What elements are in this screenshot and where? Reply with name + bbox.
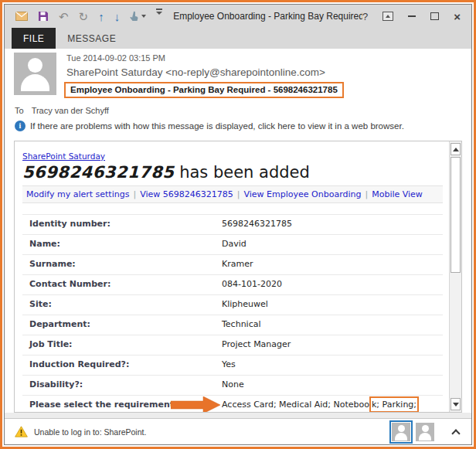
- field-value: 5698246321785: [222, 219, 292, 230]
- status-bar: Unable to log in to: SharePoint.: [5, 418, 471, 444]
- people-pane-normal-button[interactable]: [389, 420, 413, 444]
- field-value: None: [222, 379, 244, 390]
- link-separator: |: [365, 189, 368, 199]
- close-icon[interactable]: ×: [454, 12, 461, 22]
- customize-qat-icon[interactable]: [156, 9, 162, 24]
- people-pane-minimized-button[interactable]: [416, 423, 434, 441]
- mail-envelope-icon[interactable]: [15, 9, 28, 24]
- link-separator: |: [133, 189, 136, 199]
- window-controls: ? ×: [362, 12, 461, 22]
- window-title: Employee Onboarding - Parking Bay Requir…: [173, 11, 362, 22]
- table-row: Disability?: None: [22, 375, 443, 395]
- annotation-box-parking: k; Parking;: [369, 396, 419, 413]
- scroll-down-icon[interactable]: [450, 398, 461, 410]
- ribbon-tab-row: FILE MESSAGE: [5, 28, 471, 49]
- dropdown-caret-icon: [141, 15, 146, 18]
- field-value: Yes: [222, 359, 236, 370]
- field-label: Surname:: [22, 259, 222, 270]
- sharepoint-alert-content: SharePoint Saturday 5698246321785 has be…: [15, 141, 449, 412]
- site-link[interactable]: SharePoint Saturday: [22, 151, 105, 161]
- field-value: Klipheuwel: [222, 299, 268, 310]
- field-label: Name:: [22, 239, 222, 250]
- item-id: 5698246321785: [22, 163, 174, 182]
- recipient-name[interactable]: Tracy van der Schyff: [32, 106, 109, 115]
- alert-heading: 5698246321785 has been added: [22, 163, 443, 182]
- quick-access-toolbar: ↶ ↻ ↑ ↓: [15, 9, 162, 24]
- scrollbar-thumb[interactable]: [450, 157, 461, 273]
- collapse-chevron-icon[interactable]: [451, 429, 460, 437]
- link-separator: |: [237, 189, 240, 199]
- table-row-requirements: Please select the requirements: Access C…: [22, 395, 443, 413]
- table-row: Department: Technical: [22, 315, 443, 335]
- person-icon: [392, 423, 410, 441]
- status-message: Unable to log in to: SharePoint.: [34, 427, 146, 437]
- body-bottom-strip: [5, 413, 471, 418]
- table-row: Job Title: Project Manager: [22, 335, 443, 355]
- requirements-boxed: k; Parking;: [372, 400, 416, 410]
- window: ↶ ↻ ↑ ↓ Employee Onboarding - Parking Ba…: [4, 4, 472, 445]
- message-date: Tue 2014-09-02 03:15 PM: [66, 53, 165, 63]
- ribbon-display-options-icon[interactable]: [382, 12, 393, 21]
- sender-avatar: [14, 53, 56, 95]
- field-value: 084-101-2020: [222, 279, 282, 290]
- modify-alert-settings-link[interactable]: Modify my alert settings: [26, 189, 129, 199]
- mobile-view-link[interactable]: Mobile View: [372, 189, 423, 199]
- move-down-icon[interactable]: ↓: [114, 9, 121, 24]
- status-message-group: Unable to log in to: SharePoint.: [15, 426, 389, 437]
- message-body-area: SharePoint Saturday 5698246321785 has be…: [5, 137, 471, 418]
- save-icon[interactable]: [38, 9, 49, 24]
- table-row: Induction Required?: Yes: [22, 355, 443, 375]
- to-label: To: [15, 106, 24, 115]
- field-label: Identity number:: [22, 219, 222, 230]
- view-item-link[interactable]: View 5698246321785: [140, 189, 233, 199]
- recipient-row: ToTracy van der Schyff: [15, 106, 109, 115]
- message-body-frame: SharePoint Saturday 5698246321785 has be…: [14, 141, 462, 413]
- scroll-up-icon[interactable]: [450, 143, 461, 155]
- message-header: Tue 2014-09-02 03:15 PM SharePoint Satur…: [5, 49, 471, 137]
- field-label: Job Title:: [22, 339, 222, 350]
- message-sender[interactable]: SharePoint Saturday <no-reply@sharepoint…: [66, 66, 325, 78]
- redo-icon[interactable]: ↻: [79, 9, 89, 24]
- table-row: Identity number: 5698246321785: [22, 214, 443, 234]
- field-label: Site:: [22, 299, 222, 310]
- info-icon: i: [15, 121, 26, 131]
- tab-file[interactable]: FILE: [12, 28, 56, 49]
- item-fields-table: Identity number: 5698246321785 Name: Dav…: [22, 214, 443, 413]
- field-label: Disability?:: [22, 379, 222, 390]
- field-label: Department:: [22, 319, 222, 330]
- requirements-pre: Access Card; Medical Aid; Noteboo: [222, 400, 369, 410]
- field-value: Access Card; Medical Aid; Notebook; Park…: [222, 400, 443, 413]
- infobar-text[interactable]: If there are problems with how this mess…: [30, 121, 404, 131]
- help-icon[interactable]: ?: [362, 12, 368, 22]
- heading-suffix: has been added: [174, 163, 309, 182]
- requirements-post: Telephone: [222, 410, 265, 413]
- tab-message[interactable]: MESSAGE: [56, 28, 128, 49]
- undo-icon[interactable]: ↶: [59, 9, 69, 24]
- alert-links-bar: Modify my alert settings|View 5698246321…: [22, 185, 443, 203]
- display-problem-infobar[interactable]: i If there are problems with how this me…: [15, 121, 404, 131]
- field-value: Technical: [222, 319, 261, 330]
- field-value: Kramer: [222, 259, 253, 270]
- field-value: Project Manager: [222, 339, 291, 350]
- body-scrollbar[interactable]: [449, 141, 461, 412]
- outlook-message-window: ↶ ↻ ↑ ↓ Employee Onboarding - Parking Ba…: [0, 0, 476, 449]
- field-label: Contact Number:: [22, 279, 222, 290]
- field-label: Induction Required?:: [22, 359, 222, 370]
- message-subject-annotated: Employee Onboarding - Parking Bay Requir…: [64, 82, 344, 98]
- warning-icon: [15, 426, 28, 437]
- table-row: Contact Number: 084-101-2020: [22, 274, 443, 294]
- field-value: David: [222, 239, 246, 250]
- annotation-arrow-icon: [171, 396, 220, 413]
- maximize-icon[interactable]: [430, 12, 439, 20]
- table-row: Name: David: [22, 234, 443, 254]
- view-list-link[interactable]: View Employee Onboarding: [243, 189, 361, 199]
- touch-mouse-mode-icon[interactable]: [130, 9, 146, 24]
- minimize-icon[interactable]: [408, 15, 416, 17]
- move-up-icon[interactable]: ↑: [98, 9, 104, 24]
- people-pane-buttons: [389, 420, 434, 444]
- title-bar: ↶ ↻ ↑ ↓ Employee Onboarding - Parking Ba…: [5, 5, 471, 28]
- table-row: Site: Klipheuwel: [22, 294, 443, 315]
- table-row: Surname: Kramer: [22, 254, 443, 274]
